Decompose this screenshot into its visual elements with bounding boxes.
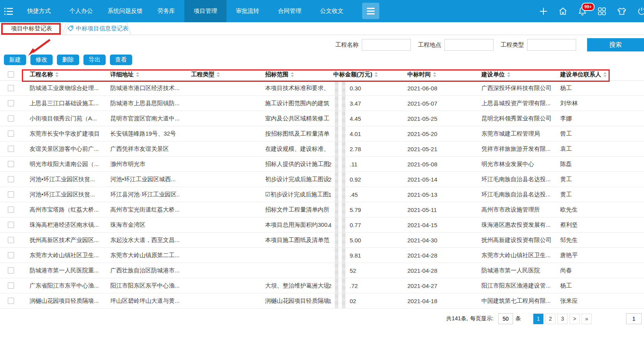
col-header-bid-date[interactable]: 中标时间 [403,69,479,80]
redaction-mosaic [331,248,349,263]
table-row[interactable]: 抚州高新区技术产业园区... 东起汝水大道，西至文昌... 本项目施工图纸及清单… [0,233,644,248]
table-header-row: 工程名称 详细地址 工程类型 招标范围 中标金额(万元) 中标时间 建设单位 [0,69,644,81]
row-checkbox[interactable] [8,176,14,182]
home-icon[interactable] [558,7,568,16]
col-header-project-type[interactable]: 工程类型 [179,69,248,80]
cell-construction-unit: 珠海港区惠农投资发展有... [479,217,557,232]
table-row[interactable]: 润樾山花园项目轻质隔墙... 坪山区碧岭坪山大道与黄... 润樾山花园项目轻质隔… [0,293,644,309]
nav-item-shortcuts[interactable]: 快捷方式 [18,0,60,22]
cell-contact: 陈磊 [557,157,644,171]
hamburger-icon [367,8,375,14]
per-page-input[interactable] [498,313,513,324]
redaction-mosaic [331,278,349,293]
col-header-address[interactable]: 详细地址 [104,69,179,80]
sort-icon[interactable] [375,72,378,77]
last-page-button[interactable]: » [582,314,592,324]
more-modules-menu-icon[interactable] [362,3,379,19]
table-row[interactable]: 防城港市第一人民医院重... 广西壮族自治区防城港市... 52 2021-04… [0,263,644,278]
nav-item-labor-library[interactable]: 劳务库 [148,0,184,22]
page-jump-input[interactable] [626,313,642,324]
cell-contact: 杨工 [557,81,644,95]
project-location-input[interactable] [444,39,494,51]
sort-icon[interactable] [136,72,139,77]
col-header-bid-amount[interactable]: 中标金额(万元) [329,69,403,80]
sort-icon[interactable] [217,72,220,77]
nav-item-contract-management[interactable]: 合同管理 [269,0,311,22]
add-icon[interactable] [539,7,548,16]
nav-item-official-documents[interactable]: 公文收文 [311,0,353,22]
apps-grid-icon[interactable] [597,7,607,16]
row-checkbox[interactable] [8,252,14,258]
sort-icon[interactable] [603,72,607,77]
row-checkbox[interactable] [8,267,14,274]
row-checkbox[interactable] [8,100,14,106]
col-header-bid-scope[interactable]: 招标范围 [248,69,329,80]
search-button[interactable]: 搜索 [587,38,644,51]
export-button[interactable]: 导出 [83,55,106,65]
sort-icon[interactable] [291,72,294,77]
sort-icon[interactable] [507,72,510,77]
table-row[interactable]: 广东省阳江市东平中心渔... 阳江市阳东区东平中心渔... 大坝、整治维护葛洲大… [0,278,644,293]
col-header-construction-unit[interactable]: 建设单位 [479,69,557,80]
filter-label: 工程名称 [335,41,359,49]
row-checkbox[interactable] [8,85,14,91]
table-row[interactable]: 小街项目领秀云门苑（A... 昆明市官渡区官南大道中... 室内及公共区域精装修… [0,111,644,126]
row-checkbox[interactable] [8,191,14,198]
nav-item-personal-office[interactable]: 个人办公 [60,0,102,22]
col-header-unit-contact[interactable]: 建设单位联系人 [557,69,644,80]
cell-address: 阳江市阳东区东平中心渔... [104,278,179,293]
action-toolbar: 新建 修改 删除 导出 查看 [0,55,644,69]
table-row[interactable]: 东莞市大岭山镇社区卫生... 东莞市大岭山镇原第二工... 9.81 2021-… [0,248,644,263]
row-checkbox[interactable] [8,207,14,213]
row-checkbox[interactable] [8,237,14,243]
view-button[interactable]: 查看 [110,55,132,65]
theme-shirt-icon[interactable] [617,7,627,16]
table-row[interactable]: 东莞市长安中学改扩建项目 长安镇莲峰路19号、32号 按招标图纸及工程量清单..… [0,126,644,141]
row-checkbox[interactable] [8,222,14,228]
row-checkbox[interactable] [8,282,14,289]
page-button-3[interactable]: 3 [557,314,568,324]
cell-construction-unit: 凭祥市祥旅旅游开发有限... [479,141,557,156]
edit-button[interactable]: 修改 [30,55,53,65]
row-checkbox[interactable] [8,298,14,304]
notifications-bell-icon[interactable]: 99+ [578,6,587,16]
table-row[interactable]: 高州市宝塔路（红荔大桥... 高州市宝光街道红荔大桥... 招标文件工程量清单内… [0,202,644,217]
nav-item-project-management[interactable]: 项目管理 [184,0,226,22]
page-button-2[interactable]: 2 [545,314,556,324]
next-page-button[interactable]: > [570,314,580,324]
table-row[interactable]: 上思县三江口基础设施工... 防城港市上思县思阳镇防... 施工设计图范围内的建… [0,96,644,111]
cell-contact: 曾工 [557,126,644,141]
tab-winning-project-info[interactable]: 中标项目信息登记表 [63,22,133,35]
row-checkbox[interactable] [8,161,14,167]
nav-item-approval-flow[interactable]: 审批流转 [226,0,269,22]
table-row[interactable]: 河池•环江工业园区扶贫... 河池•环江工业园区城西... 初步设计完成后施工图… [0,172,644,187]
table-row[interactable]: 明光市歧阳大道南公园（... 滁州市明光市 招标人提供的设计施工图... 2.1… [0,157,644,172]
tab-project-bid-registration[interactable]: 项目中标登记表 [0,22,63,35]
cell-contact: 黄工 [557,172,644,187]
row-checkbox[interactable] [8,131,14,137]
table-row[interactable]: 防城港工业废物综合处理... 防城港市港口区经济技术... 本项目技术标准和要求… [0,81,644,96]
cell-project-type [179,217,248,232]
table-row[interactable]: 珠海高栏港经济区南水镇... 珠海市金湾区 本项目总用海面积约300... 40… [0,217,644,233]
redaction-mosaic [331,233,349,247]
logout-power-icon[interactable] [637,7,644,16]
main-menu-icon[interactable] [0,0,18,22]
new-button[interactable]: 新建 [4,55,26,65]
sort-icon[interactable] [433,72,436,77]
table-row[interactable]: 友谊关景区游客中心前广... 广西凭祥市友谊关景区 在建设规模、建设标准、...… [0,141,644,157]
nav-item-system-feedback[interactable]: 系统问题反馈 [102,0,148,22]
cell-bid-scope: 本项目总用海面积约300... [248,217,329,232]
delete-button[interactable]: 删除 [57,55,79,65]
cell-project-name: 河池•环江工业园区扶贫... [22,187,104,202]
sort-icon[interactable] [55,72,58,77]
top-nav-actions: 99+ [539,0,644,22]
row-checkbox[interactable] [8,115,14,122]
project-type-input[interactable] [527,39,576,51]
filter-project-type: 工程类型 [501,39,576,51]
project-name-input[interactable] [362,39,411,51]
select-all-checkbox[interactable] [8,71,14,78]
table-row[interactable]: 河池•环江工业园区扶贫... 环江县河池·环江工业园区... ☑初步设计完成后施… [0,187,644,202]
page-button-1[interactable]: 1 [533,314,543,324]
col-header-project-name[interactable]: 工程名称 [22,69,104,80]
row-checkbox[interactable] [8,146,14,152]
